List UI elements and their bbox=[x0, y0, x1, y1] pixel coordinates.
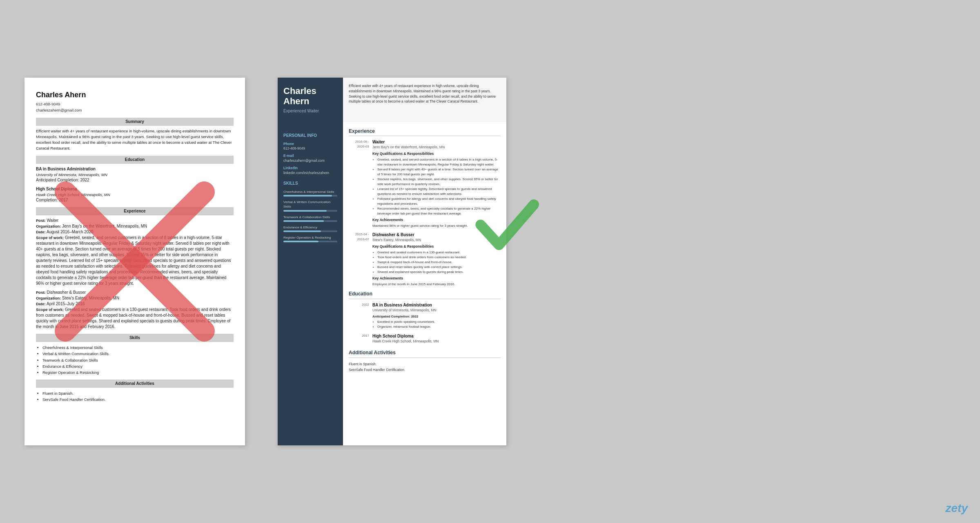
exp-item-2: Post: Dishwasher & Busser Organization: … bbox=[36, 290, 234, 330]
exp-bullet-2-3: Bussed and reset tables quickly with cor… bbox=[377, 265, 501, 270]
phone-value: 612-408-9049 bbox=[283, 146, 337, 151]
personal-info-title: Personal Info bbox=[283, 133, 337, 139]
date-label-2: Date: bbox=[36, 302, 46, 306]
left-education-header: Education bbox=[36, 156, 234, 164]
exp-job-title-2: Dishwasher & Busser bbox=[372, 232, 501, 238]
org-value-2: Stew's Eatery, Minneapolis, MN bbox=[62, 296, 119, 300]
edu-school-r-2: Hawk Creek High School, Minneapolis, MN bbox=[372, 339, 501, 344]
left-name: Charles Ahern bbox=[36, 90, 234, 100]
edu-degree-1: BA in Business Administration bbox=[36, 166, 234, 172]
edu-degree-2: High School Diploma bbox=[36, 186, 234, 192]
edu-entry-2: 2017 High School Diploma Hawk Creek High… bbox=[349, 333, 501, 345]
left-summary-header: Summary bbox=[36, 118, 234, 126]
skills-title: Skills bbox=[283, 181, 337, 186]
exp-qual-title-1: Key Qualifications & Responsibilities bbox=[372, 152, 501, 156]
exp-achieve-1: Maintained 96% or higher guest service r… bbox=[372, 224, 501, 228]
right-body: Personal Info Phone 612-408-9049 E-mail … bbox=[278, 122, 506, 445]
edu-degree-r-1: BA in Business Administration bbox=[372, 302, 501, 308]
experience-section-title: Experience bbox=[349, 128, 501, 136]
exp-bullet-2-0: Greeted and seated customers in a 130-gu… bbox=[377, 250, 501, 255]
right-main-header: Efficient waiter with 4+ years of restau… bbox=[343, 78, 506, 122]
skill-name-1: Cheerfulness & Interpersonal Skills bbox=[283, 190, 337, 194]
edu-bullets-1: Excelled in public speaking coursework. … bbox=[372, 320, 501, 329]
email-label: E-mail bbox=[283, 154, 337, 159]
exp-company-1: Jenn Bay's on the Waterfront, Minneapoli… bbox=[372, 145, 501, 150]
skill-1: Cheerfulness & Interpersonal Skills bbox=[42, 344, 234, 351]
left-skills-list: Cheerfulness & Interpersonal Skills Verb… bbox=[36, 344, 234, 375]
right-title: Experienced Waiter bbox=[283, 108, 337, 114]
scope-label-1: Scope of work: bbox=[36, 235, 64, 240]
additional-r-2: ServSafe Food Handler Certification. bbox=[349, 367, 501, 373]
education-section-title: Education bbox=[349, 291, 501, 299]
exp-bullets-1: Greeted, seated, and served customers in… bbox=[372, 157, 501, 216]
left-resume: Charles Ahern 612-408-9049 charleszahern… bbox=[24, 78, 245, 445]
edu-completion-r-1: Anticipated Completion: 2022 bbox=[372, 314, 501, 319]
right-header: Charles Ahern Experienced Waiter Efficie… bbox=[278, 78, 506, 122]
exp-entry-1: 2016-08 -2020-03 Waiter Jenn Bay's on th… bbox=[349, 139, 501, 228]
skill-name-3: Teamwork & Collaboration Skills bbox=[283, 215, 337, 219]
edu-content-2: High School Diploma Hawk Creek High Scho… bbox=[372, 333, 501, 345]
skill-3: Teamwork & Collaboration Skills bbox=[42, 357, 234, 363]
skill-4: Endurance & Efficiency bbox=[42, 363, 234, 369]
skill-bar-1: Cheerfulness & Interpersonal Skills bbox=[283, 190, 337, 197]
right-summary: Efficient waiter with 4+ years of restau… bbox=[349, 83, 501, 104]
right-main-content: Experience 2016-08 -2020-03 Waiter Jenn … bbox=[343, 122, 506, 445]
right-sidebar: Personal Info Phone 612-408-9049 E-mail … bbox=[278, 122, 343, 445]
exp-achieve-title-2: Key Achievements bbox=[372, 276, 501, 281]
post-label-1: Post: bbox=[36, 218, 46, 223]
exp-bullets-2: Greeted and seated customers in a 130-gu… bbox=[372, 250, 501, 275]
edu-school-1: University of Minnesota, Minneapolis, MN bbox=[36, 172, 234, 177]
org-label-1: Organization: bbox=[36, 224, 61, 228]
exp-bullet-1-3: Learned list of 15+ specials nightly. De… bbox=[377, 187, 501, 197]
skill-bar-2: Verbal & Written Communication Skills bbox=[283, 200, 337, 211]
right-sidebar-header: Charles Ahern Experienced Waiter bbox=[278, 78, 343, 122]
edu-date-2: 2017 bbox=[349, 333, 369, 345]
skill-name-2: Verbal & Written Communication Skills bbox=[283, 200, 337, 209]
linkedin-label: LinkedIn bbox=[283, 166, 337, 171]
edu-content-1: BA in Business Administration University… bbox=[372, 302, 501, 329]
left-phone: 612-408-9049 bbox=[36, 101, 234, 107]
date-value-1: August 2016–March 2020 bbox=[47, 230, 94, 234]
edu-completion-2: Completion: 2017 bbox=[36, 197, 234, 203]
additional-content: Fluent in Spanish. ServSafe Food Handler… bbox=[349, 361, 501, 373]
additional-r-1: Fluent in Spanish. bbox=[349, 361, 501, 367]
edu-bullet-1-0: Excelled in public speaking coursework. bbox=[377, 320, 501, 324]
edu-school-2: Hawk Creek High School, Minneapolis, MN bbox=[36, 192, 234, 197]
exp-content-1: Waiter Jenn Bay's on the Waterfront, Min… bbox=[372, 139, 501, 228]
edu-entry-1: 2022 BA in Business Administration Unive… bbox=[349, 302, 501, 329]
exp-content-2: Dishwasher & Busser Stew's Eatery, Minne… bbox=[372, 232, 501, 286]
left-skills-header: Skills bbox=[36, 334, 234, 342]
exp-bullet-1-2: Stocked napkins, tea bags, silverware, a… bbox=[377, 177, 501, 187]
exp-achieve-title-1: Key Achievements bbox=[372, 218, 501, 223]
exp-bullet-1-0: Greeted, seated, and served customers in… bbox=[377, 157, 501, 167]
skill-bar-5: Register Operation & Restocking bbox=[283, 235, 337, 242]
skill-2: Verbal & Written Communication Skills bbox=[42, 351, 234, 357]
scope-value-1: Greeted, seated, and served customers in… bbox=[36, 235, 231, 286]
right-name: Charles Ahern bbox=[283, 86, 337, 107]
org-value-1: Jenn Bay's on the Waterfront, Minneapoli… bbox=[62, 224, 147, 228]
exp-company-2: Stew's Eatery, Minneapolis, MN bbox=[372, 238, 501, 243]
left-additional-header: Additional Activities bbox=[36, 380, 234, 388]
edu-item-1: BA in Business Administration University… bbox=[36, 166, 234, 183]
exp-bullet-2-2: Swept & mopped back-of-house and front-o… bbox=[377, 260, 501, 265]
left-experience-header: Experience bbox=[36, 207, 234, 215]
exp-entry-2: 2015-04 -2016-07 Dishwasher & Busser Ste… bbox=[349, 232, 501, 286]
edu-completion-1: Anticipated Completion: 2022 bbox=[36, 177, 234, 183]
edu-school-r-1: University of Minnesota, Minneapolis, MN bbox=[372, 308, 501, 313]
edu-bullet-1-1: Organizer, intramural football league. bbox=[377, 324, 501, 329]
skill-5: Register Operation & Restocking bbox=[42, 369, 234, 375]
exp-item-1: Post: Waiter Organization: Jenn Bay's on… bbox=[36, 218, 234, 286]
scope-label-2: Scope of work: bbox=[36, 307, 64, 312]
exp-bullet-1-4: Followed guidelines for allergy and diet… bbox=[377, 197, 501, 206]
skill-bar-4: Endurance & Efficiency bbox=[283, 225, 337, 232]
exp-bullet-1-1: Served 8 tables per night with 40+ guest… bbox=[377, 167, 501, 177]
exp-bullet-2-4: Shared and explained specials to guests … bbox=[377, 270, 501, 275]
exp-bullet-1-5: Recommended wines, beers, and specialty … bbox=[377, 206, 501, 216]
additional-1: Fluent in Spanish. bbox=[42, 390, 234, 396]
exp-job-title-1: Waiter bbox=[372, 139, 501, 145]
skill-name-5: Register Operation & Restocking bbox=[283, 235, 337, 240]
post-value-1: Waiter bbox=[47, 218, 59, 223]
left-summary-text: Efficient waiter with 4+ years of restau… bbox=[36, 128, 234, 152]
date-label-1: Date: bbox=[36, 230, 46, 234]
date-value-2: April 2015–July 2016 bbox=[47, 302, 85, 306]
